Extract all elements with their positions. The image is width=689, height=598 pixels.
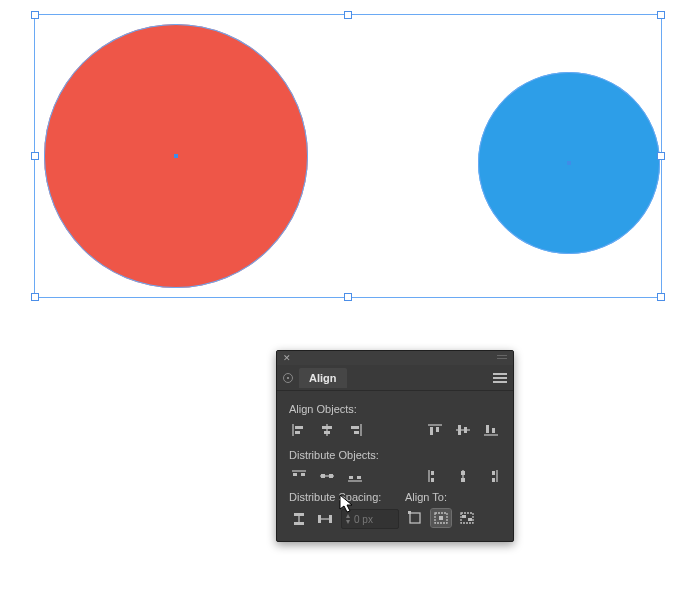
- label-align-to: Align To:: [405, 491, 501, 503]
- svg-rect-8: [354, 431, 359, 434]
- svg-rect-10: [430, 427, 433, 435]
- resize-handle-lc[interactable]: [31, 152, 39, 160]
- svg-rect-2: [295, 431, 300, 434]
- svg-rect-4: [322, 426, 332, 429]
- panel-topbar[interactable]: ✕: [277, 351, 513, 365]
- svg-rect-1: [295, 426, 303, 429]
- svg-rect-19: [293, 473, 297, 476]
- dist-left-icon[interactable]: [425, 467, 445, 485]
- svg-rect-31: [461, 471, 465, 475]
- svg-rect-45: [439, 516, 443, 520]
- align-to-artboard-icon[interactable]: [405, 509, 425, 527]
- align-panel: ✕ Align Align Objects: Distribute Object…: [276, 350, 514, 542]
- svg-rect-48: [468, 518, 472, 521]
- svg-rect-5: [324, 431, 330, 434]
- panel-tabs: Align: [277, 365, 513, 391]
- close-icon[interactable]: ✕: [283, 354, 291, 363]
- resize-handle-tl[interactable]: [31, 11, 39, 19]
- align-top-icon[interactable]: [425, 421, 445, 439]
- spacing-value-input[interactable]: ▴▾ 0 px: [341, 509, 399, 529]
- sun-icon: [283, 373, 293, 383]
- dist-hcenter-icon[interactable]: [453, 467, 473, 485]
- spacing-value-text: 0 px: [354, 514, 373, 525]
- svg-rect-43: [408, 511, 411, 514]
- svg-rect-16: [486, 425, 489, 433]
- dist-space-v-icon[interactable]: [289, 510, 309, 528]
- label-distribute-spacing: Distribute Spacing:: [289, 491, 399, 503]
- svg-rect-23: [329, 474, 333, 478]
- svg-rect-11: [436, 427, 439, 432]
- align-to-selection-icon[interactable]: [431, 509, 451, 527]
- panel-menu-icon[interactable]: [493, 373, 507, 383]
- svg-rect-20: [301, 473, 305, 476]
- svg-rect-39: [318, 515, 321, 523]
- svg-rect-7: [351, 426, 359, 429]
- svg-rect-28: [431, 471, 434, 475]
- selection-bounding-box[interactable]: [34, 14, 662, 298]
- svg-rect-34: [492, 471, 495, 475]
- svg-rect-29: [431, 478, 434, 482]
- row-bottom: Distribute Spacing: ▴▾ 0 px Align To:: [289, 491, 501, 529]
- dist-vcenter-icon[interactable]: [317, 467, 337, 485]
- align-left-icon[interactable]: [289, 421, 309, 439]
- svg-rect-40: [329, 515, 332, 523]
- label-distribute-objects: Distribute Objects:: [289, 449, 501, 461]
- svg-rect-25: [349, 476, 353, 479]
- resize-handle-rc[interactable]: [657, 152, 665, 160]
- align-to-key-icon[interactable]: [457, 509, 477, 527]
- label-align-objects: Align Objects:: [289, 403, 501, 415]
- svg-rect-22: [321, 474, 325, 478]
- svg-rect-35: [492, 478, 495, 482]
- resize-handle-tr[interactable]: [657, 11, 665, 19]
- align-hcenter-icon[interactable]: [317, 421, 337, 439]
- align-bottom-icon[interactable]: [481, 421, 501, 439]
- svg-rect-26: [357, 476, 361, 479]
- dist-space-h-icon[interactable]: [315, 510, 335, 528]
- resize-handle-br[interactable]: [657, 293, 665, 301]
- svg-rect-32: [461, 478, 465, 482]
- svg-rect-14: [464, 427, 467, 433]
- dist-bottom-icon[interactable]: [345, 467, 365, 485]
- row-align-objects: [289, 421, 501, 439]
- dist-top-icon[interactable]: [289, 467, 309, 485]
- resize-handle-bl[interactable]: [31, 293, 39, 301]
- svg-rect-37: [294, 522, 304, 525]
- resize-handle-bc[interactable]: [344, 293, 352, 301]
- align-right-icon[interactable]: [345, 421, 365, 439]
- svg-rect-47: [462, 515, 466, 518]
- svg-rect-17: [492, 428, 495, 433]
- svg-rect-13: [458, 425, 461, 435]
- dist-right-icon[interactable]: [481, 467, 501, 485]
- panel-body: Align Objects: Distribute Objects:: [277, 391, 513, 541]
- tab-align[interactable]: Align: [299, 368, 347, 388]
- drag-grip-icon[interactable]: [497, 355, 507, 361]
- svg-rect-42: [410, 513, 420, 523]
- resize-handle-tc[interactable]: [344, 11, 352, 19]
- row-distribute-objects: [289, 467, 501, 485]
- align-vcenter-icon[interactable]: [453, 421, 473, 439]
- svg-rect-36: [294, 513, 304, 516]
